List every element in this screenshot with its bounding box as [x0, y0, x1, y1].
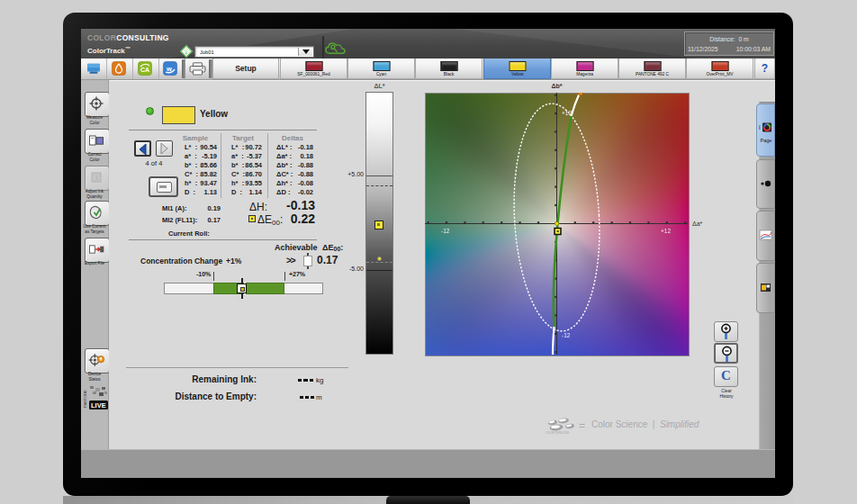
svg-text:-12: -12	[441, 228, 450, 234]
svg-text:LIVE: LIVE	[91, 401, 106, 410]
svg-text:Page: Page	[761, 138, 772, 143]
svg-text:COLORCONSULTING: COLORCONSULTING	[546, 431, 569, 435]
svg-text:-12: -12	[562, 332, 571, 338]
svg-text:i: i	[759, 124, 761, 130]
svg-text:PANTONE: PANTONE	[83, 390, 87, 408]
svg-text:1: 1	[95, 174, 98, 182]
svg-text:+12: +12	[661, 228, 671, 234]
svg-text:CA: CA	[140, 67, 149, 73]
